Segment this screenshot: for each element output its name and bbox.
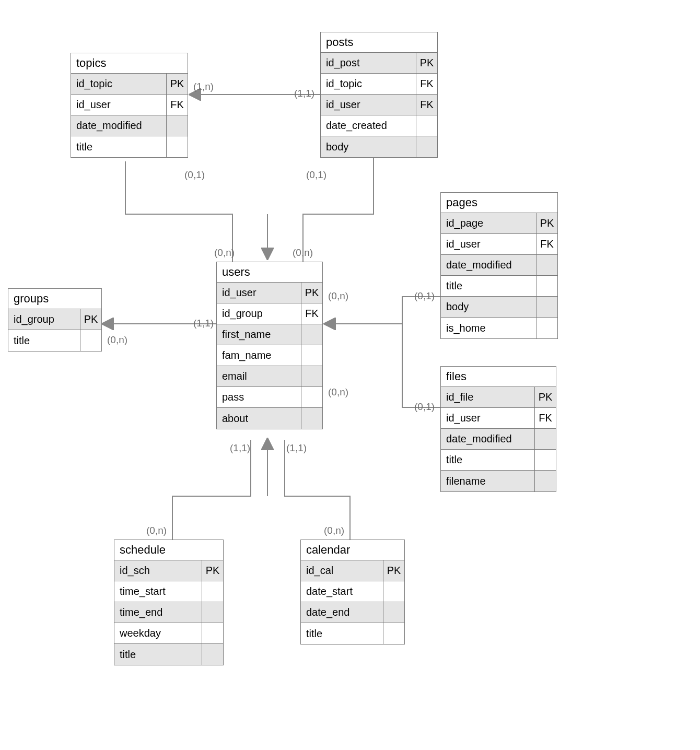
card-label: (0,n) (328, 386, 348, 398)
card-label: (0,1) (184, 169, 205, 181)
attribute-name: title (8, 330, 80, 351)
attribute-row: id_groupPK (8, 309, 101, 330)
attribute-name: id_page (441, 213, 536, 233)
attribute-row: id_userFK (441, 234, 557, 255)
attribute-row: id_schPK (114, 560, 223, 581)
attribute-row: id_topicPK (71, 74, 188, 95)
entity-title: topics (71, 53, 188, 74)
attribute-name: id_group (8, 309, 80, 330)
attribute-row: filename (441, 471, 556, 491)
attribute-key: PK (301, 287, 322, 299)
attribute-key: FK (416, 99, 437, 111)
card-label: (0,n) (146, 525, 167, 536)
attribute-key: FK (536, 238, 557, 250)
attribute-name: id_group (217, 303, 301, 324)
attribute-row: date_modified (71, 115, 188, 136)
card-label: (0,n) (293, 247, 313, 259)
attribute-row: fam_name (217, 345, 322, 366)
attribute-row: title (114, 644, 223, 665)
attribute-key: PK (167, 78, 188, 90)
attribute-name: date_modified (441, 429, 535, 449)
attribute-row: pass (217, 387, 322, 408)
entity-title: groups (8, 289, 101, 309)
attribute-row: id_groupFK (217, 303, 322, 324)
er-diagram: topicsid_topicPKid_userFKdate_modifiedti… (0, 0, 700, 750)
card-label: (0,n) (214, 247, 235, 259)
attribute-name: pass (217, 387, 301, 407)
attribute-row: date_end (301, 602, 404, 623)
attribute-name: is_home (441, 318, 536, 338)
attribute-name: id_cal (301, 560, 383, 581)
attribute-key: FK (416, 78, 437, 90)
attribute-name: id_user (441, 234, 536, 254)
card-label: (0,1) (414, 401, 435, 413)
attribute-key: FK (301, 308, 322, 320)
card-label: (1,1) (286, 442, 307, 454)
attribute-row: date_created (321, 115, 437, 136)
attribute-row: title (8, 330, 101, 351)
attribute-name: id_post (321, 53, 416, 73)
attribute-key: PK (536, 217, 557, 229)
attribute-name: id_user (321, 95, 416, 115)
attribute-name: body (321, 136, 416, 157)
card-label: (0,1) (414, 290, 435, 302)
attribute-row: id_userFK (71, 95, 188, 115)
card-label: (1,1) (193, 318, 214, 329)
attribute-row: time_start (114, 581, 223, 602)
attribute-row: id_userFK (441, 408, 556, 429)
attribute-name: title (441, 450, 535, 470)
attribute-row: title (441, 276, 557, 297)
attribute-row: is_home (441, 318, 557, 338)
attribute-name: date_end (301, 602, 383, 623)
attribute-name: id_topic (321, 74, 416, 94)
attribute-key: PK (416, 57, 437, 69)
card-label: (0,1) (306, 169, 326, 181)
attribute-name: id_user (217, 283, 301, 303)
attribute-row: id_postPK (321, 53, 437, 74)
attribute-key: PK (202, 565, 223, 577)
entity-title: files (441, 367, 556, 387)
attribute-row: time_end (114, 602, 223, 623)
attribute-name: id_topic (71, 74, 167, 94)
attribute-name: date_modified (71, 115, 167, 136)
attribute-row: id_topicFK (321, 74, 437, 95)
attribute-name: time_end (114, 602, 202, 623)
attribute-name: date_created (321, 115, 416, 136)
attribute-row: date_modified (441, 255, 557, 276)
card-label: (1,1) (230, 442, 250, 454)
attribute-row: title (71, 136, 188, 157)
attribute-name: title (71, 136, 167, 157)
attribute-row: title (441, 450, 556, 471)
card-label: (0,n) (328, 290, 348, 302)
attribute-name: body (441, 297, 536, 317)
attribute-name: date_start (301, 581, 383, 602)
attribute-name: weekday (114, 623, 202, 643)
attribute-name: id_user (71, 95, 167, 115)
entity-schedule: scheduleid_schPKtime_starttime_endweekda… (114, 540, 224, 665)
attribute-name: date_modified (441, 255, 536, 275)
attribute-row: email (217, 366, 322, 387)
entity-pages: pagesid_pagePKid_userFKdate_modifiedtitl… (440, 192, 558, 339)
card-label: (1,1) (294, 88, 314, 99)
attribute-row: weekday (114, 623, 223, 644)
attribute-key: PK (535, 391, 556, 403)
entity-title: pages (441, 193, 557, 213)
attribute-row: id_userPK (217, 283, 322, 303)
attribute-key: PK (383, 565, 404, 577)
attribute-row: first_name (217, 324, 322, 345)
card-label: (0,n) (107, 334, 127, 346)
attribute-name: filename (441, 471, 535, 491)
entity-title: schedule (114, 540, 223, 560)
attribute-name: title (114, 644, 202, 665)
card-label: (1,n) (193, 81, 214, 92)
attribute-name: title (301, 623, 383, 644)
entity-title: posts (321, 32, 437, 53)
attribute-key: FK (167, 99, 188, 111)
card-label: (0,n) (324, 525, 344, 536)
attribute-name: about (217, 408, 301, 429)
entity-calendar: calendarid_calPKdate_startdate_endtitle (300, 540, 405, 644)
entity-title: users (217, 262, 322, 283)
attribute-row: body (441, 297, 557, 318)
attribute-name: id_user (441, 408, 535, 428)
attribute-name: time_start (114, 581, 202, 602)
